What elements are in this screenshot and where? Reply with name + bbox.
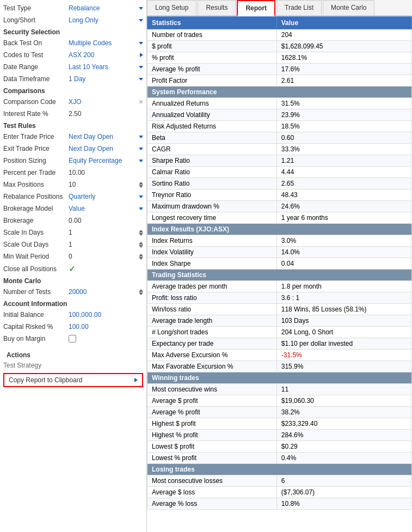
copy-report-button[interactable]: Copy Report to Clipboard bbox=[3, 373, 143, 387]
brokerage-model-value[interactable]: Value bbox=[69, 205, 143, 212]
max-positions-value[interactable]: 10 bbox=[69, 181, 143, 188]
long-short-value[interactable]: Long Only bbox=[69, 16, 143, 24]
buy-on-margin-checkbox[interactable] bbox=[69, 335, 76, 343]
value-cell: 0.60 bbox=[276, 132, 411, 144]
back-test-on-value[interactable]: Multiple Codes bbox=[69, 39, 143, 47]
codes-to-test-value[interactable]: ASX 200 bbox=[69, 51, 143, 59]
long-short-chevron[interactable] bbox=[139, 19, 143, 22]
date-range-chevron[interactable] bbox=[139, 66, 143, 69]
close-all-positions-label: Close all Positions bbox=[3, 265, 69, 273]
table-row: Most consecutive losses6 bbox=[147, 475, 412, 487]
value-cell: 14.0% bbox=[276, 247, 411, 258]
exit-trade-price-value[interactable]: Next Day Open bbox=[69, 145, 143, 152]
value-cell: 31.5% bbox=[276, 98, 411, 109]
stat-cell: Annualized Returns bbox=[147, 98, 277, 109]
exit-trade-price-chevron[interactable] bbox=[139, 148, 143, 150]
max-positions-spinner[interactable] bbox=[139, 182, 143, 188]
comparison-code-value[interactable]: XJO × bbox=[69, 97, 143, 106]
enter-trade-price-chevron[interactable] bbox=[139, 136, 143, 138]
long-short-label: Long/Short bbox=[3, 16, 69, 24]
table-row: Number of trades204 bbox=[147, 29, 412, 41]
number-of-tests-spinner[interactable] bbox=[139, 289, 143, 295]
date-range-value[interactable]: Last 10 Years bbox=[69, 63, 143, 71]
data-timeframe-chevron[interactable] bbox=[139, 78, 143, 81]
table-row: Risk Adjusted Returns18.5% bbox=[147, 121, 412, 132]
tab-trade-list[interactable]: Trade List bbox=[276, 0, 322, 15]
min-wait-period-spinner[interactable] bbox=[139, 254, 143, 260]
initial-balance-value: 100,000.00 bbox=[69, 311, 143, 319]
tab-long-setup[interactable]: Long Setup bbox=[147, 0, 196, 15]
stat-cell: Number of trades bbox=[147, 29, 277, 41]
brokerage-model-chevron[interactable] bbox=[139, 207, 143, 210]
date-range-row: Date Range Last 10 Years bbox=[0, 61, 146, 73]
codes-to-test-chevron[interactable] bbox=[140, 53, 143, 57]
table-row: Win/loss ratio118 Wins, 85 Losses (58.1%… bbox=[147, 304, 412, 315]
value-cell: 17.6% bbox=[276, 64, 411, 75]
test-strategy-link[interactable]: Test Strategy bbox=[3, 360, 143, 371]
min-wait-period-label: Min Wait Period bbox=[3, 253, 69, 260]
close-all-positions-checkbox[interactable]: ✓ bbox=[69, 264, 76, 274]
tab-monte-carlo[interactable]: Monte Carlo bbox=[323, 0, 374, 15]
rebalance-positions-chevron[interactable] bbox=[139, 195, 143, 198]
table-row: Annualized Returns31.5% bbox=[147, 98, 412, 109]
value-cell: 0.04 bbox=[276, 258, 411, 270]
scale-out-days-row: Scale Out Days 1 bbox=[0, 239, 146, 250]
scale-out-days-spinner[interactable] bbox=[139, 242, 143, 248]
value-cell: 4.44 bbox=[276, 167, 411, 178]
stat-cell: Risk Adjusted Returns bbox=[147, 121, 277, 132]
percent-per-trade-value: 10.00 bbox=[69, 169, 143, 176]
position-sizing-value[interactable]: Equity Percentage bbox=[69, 157, 143, 164]
table-row: Expectancy per trade$1.10 per dollar inv… bbox=[147, 338, 412, 350]
stat-cell: Sharpe Ratio bbox=[147, 155, 277, 167]
value-cell: 33.3% bbox=[276, 144, 411, 155]
copy-report-label: Copy Report to Clipboard bbox=[9, 376, 82, 384]
value-cell: 1.21 bbox=[276, 155, 411, 167]
buy-on-margin-row: Buy on Margin bbox=[0, 333, 146, 345]
test-type-chevron[interactable] bbox=[139, 7, 143, 10]
position-sizing-chevron[interactable] bbox=[139, 160, 143, 162]
copy-report-chevron bbox=[134, 378, 138, 382]
tab-bar: Long Setup Results Report Trade List Mon… bbox=[147, 0, 412, 16]
min-wait-period-value[interactable]: 0 bbox=[69, 253, 143, 260]
rebalance-positions-value[interactable]: Quarterly bbox=[69, 193, 143, 200]
test-type-label: Test Type bbox=[3, 4, 69, 12]
stat-cell: Average trades per month bbox=[147, 281, 277, 292]
value-cell: 24.6% bbox=[276, 201, 411, 212]
table-row: Index Volatility14.0% bbox=[147, 247, 412, 258]
col-statistics: Statistics bbox=[147, 17, 277, 29]
report-scroll-area[interactable]: Statistics Value Number of trades204$ pr… bbox=[147, 16, 412, 532]
section-cell: Index Results (XJO:ASX) bbox=[147, 224, 412, 235]
brokerage-model-label: Brokerage Model bbox=[3, 205, 69, 212]
table-row: # Long/short trades204 Long, 0 Short bbox=[147, 327, 412, 338]
stat-cell: $ profit bbox=[147, 41, 277, 52]
tab-results[interactable]: Results bbox=[198, 0, 236, 15]
table-section-row: Trading Statistics bbox=[147, 270, 412, 281]
actions-header: Actions bbox=[3, 349, 143, 360]
stat-cell: CAGR bbox=[147, 144, 277, 155]
position-sizing-label: Position Sizing bbox=[3, 157, 69, 164]
date-range-label: Date Range bbox=[3, 63, 69, 71]
table-section-row: System Performance bbox=[147, 87, 412, 98]
capital-risked-row: Capital Risked % 100.00 bbox=[0, 321, 146, 333]
value-cell: $19,060.30 bbox=[276, 395, 411, 407]
comparison-code-clear[interactable]: × bbox=[139, 97, 143, 106]
value-cell: 204 Long, 0 Short bbox=[276, 327, 411, 338]
brokerage-label: Brokerage bbox=[3, 217, 69, 224]
value-cell: 18.5% bbox=[276, 121, 411, 132]
value-cell: 6 bbox=[276, 475, 411, 487]
number-of-tests-value[interactable]: 20000 bbox=[69, 288, 143, 296]
scale-in-days-spinner[interactable] bbox=[139, 230, 143, 236]
value-cell: 103 Days bbox=[276, 315, 411, 327]
scale-out-days-value[interactable]: 1 bbox=[69, 241, 143, 248]
stat-cell: Most consecutive losses bbox=[147, 475, 277, 487]
enter-trade-price-value[interactable]: Next Day Open bbox=[69, 133, 143, 140]
test-type-value[interactable]: Rebalance bbox=[69, 4, 143, 12]
stat-cell: Index Returns bbox=[147, 235, 277, 247]
value-cell: 48.43 bbox=[276, 189, 411, 201]
scale-in-days-value[interactable]: 1 bbox=[69, 229, 143, 236]
tab-report[interactable]: Report bbox=[237, 0, 275, 16]
back-test-on-chevron[interactable] bbox=[139, 42, 143, 45]
data-timeframe-value[interactable]: 1 Day bbox=[69, 75, 143, 83]
comparisons-header: Comparisons bbox=[0, 85, 146, 96]
value-cell: -31.5% bbox=[276, 350, 411, 361]
